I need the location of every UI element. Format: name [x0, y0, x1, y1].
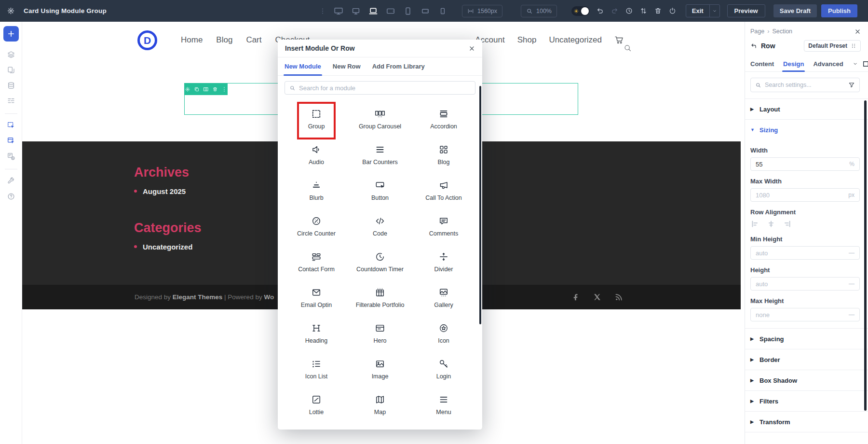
field-value-height[interactable]	[756, 280, 845, 288]
module-button[interactable]: Button	[348, 173, 412, 208]
sidebar-item-insert-row[interactable]	[3, 134, 19, 148]
module-heading[interactable]: Heading	[285, 316, 348, 351]
module-lottie[interactable]: Lottie	[285, 387, 348, 423]
nav-link-blog[interactable]: Blog	[216, 35, 232, 45]
rss-icon[interactable]	[614, 292, 624, 302]
field-input-width[interactable]: %	[750, 157, 860, 171]
modal-scrollbar[interactable]	[479, 86, 481, 324]
section-header-filters[interactable]: ▶Filters	[745, 391, 868, 411]
page-settings-gear-icon[interactable]	[7, 7, 15, 15]
nav-link-shop[interactable]: Shop	[517, 35, 537, 45]
module-circle-counter[interactable]: Circle Counter	[285, 208, 348, 244]
tablet-small-icon[interactable]	[420, 6, 431, 16]
power-icon[interactable]	[668, 7, 677, 15]
panel-tab-design[interactable]: Design	[783, 56, 804, 71]
footer-platform-link[interactable]: Wo	[264, 293, 274, 301]
breadcrumb-page[interactable]: Page	[750, 28, 764, 35]
zoom-level-button[interactable]: 100%	[521, 5, 557, 17]
publish-button[interactable]: Publish	[821, 4, 857, 17]
module-code[interactable]: Code	[348, 208, 412, 244]
modal-tab-add-from-library[interactable]: Add From Library	[372, 57, 425, 75]
facebook-icon[interactable]	[571, 292, 580, 302]
field-input-max-width[interactable]: px	[750, 188, 860, 202]
tablet-landscape-icon[interactable]	[385, 6, 396, 16]
save-draft-button[interactable]: Save Draft	[773, 4, 817, 17]
module-group-carousel[interactable]: Group Carousel	[348, 101, 412, 137]
exit-caret[interactable]	[709, 5, 719, 17]
nav-link-home[interactable]: Home	[181, 35, 203, 45]
field-value-max-width[interactable]	[756, 192, 844, 199]
exit-button[interactable]: Exit	[686, 4, 720, 17]
sort-icon[interactable]	[639, 7, 648, 15]
field-input-max-height[interactable]: —	[750, 308, 860, 321]
default-preset-button[interactable]: Default Preset	[804, 40, 861, 52]
site-logo[interactable]: D	[137, 30, 157, 50]
monitor-lg-icon[interactable]	[333, 6, 344, 16]
settings-search[interactable]	[750, 78, 860, 92]
module-search[interactable]	[285, 81, 475, 95]
module-call-to-action[interactable]: Call To Action	[412, 173, 475, 208]
module-contact-form[interactable]: Contact Form	[285, 244, 348, 280]
gear-icon[interactable]	[185, 86, 190, 92]
panel-close-icon[interactable]	[854, 28, 861, 35]
panel-tab-advanced[interactable]: Advanced	[813, 56, 843, 71]
module-blog[interactable]: Blog	[412, 137, 475, 173]
module-comments[interactable]: Comments	[412, 208, 475, 244]
trash-icon[interactable]	[212, 86, 218, 92]
field-value-max-height[interactable]	[756, 311, 845, 319]
sidebar-item-database[interactable]	[3, 78, 19, 93]
section-header-box-shadow[interactable]: ▶Box Shadow	[745, 370, 868, 390]
module-group[interactable]: Group	[285, 101, 348, 137]
sidebar-item-wireframe[interactable]	[3, 94, 19, 108]
modal-close-icon[interactable]	[469, 45, 475, 52]
redo-icon[interactable]	[610, 7, 619, 15]
copy-icon[interactable]	[194, 86, 200, 92]
modal-tab-new-row[interactable]: New Row	[333, 57, 361, 75]
module-divider[interactable]: Divider	[412, 244, 475, 280]
field-input-height[interactable]: —	[750, 277, 860, 291]
columns-icon[interactable]	[203, 86, 209, 92]
nav-link-uncategorized[interactable]: Uncategorized	[549, 35, 602, 45]
module-login[interactable]: Login	[412, 351, 475, 387]
module-search-input[interactable]	[299, 84, 471, 92]
sidebar-item-layers[interactable]	[3, 47, 19, 62]
sidebar-item-pages[interactable]	[3, 63, 19, 77]
nav-link-cart[interactable]: Cart	[246, 35, 261, 45]
dots-vertical-icon[interactable]	[221, 86, 227, 92]
align-center-icon[interactable]	[766, 219, 776, 229]
modal-tab-new-module[interactable]: New Module	[285, 57, 321, 75]
align-left-icon[interactable]	[750, 219, 760, 229]
widget-list-item[interactable]: August 2025	[134, 187, 189, 195]
canvas-width-button[interactable]: 1560px	[462, 5, 502, 17]
preview-button[interactable]: Preview	[727, 4, 765, 17]
field-input-min-height[interactable]: —	[750, 246, 860, 260]
filter-funnel-icon[interactable]	[848, 82, 855, 88]
sidebar-item-help[interactable]	[3, 189, 19, 204]
module-gallery[interactable]: Gallery	[412, 280, 475, 316]
sidebar-item-add-new[interactable]	[3, 26, 19, 42]
x-icon[interactable]	[593, 292, 602, 302]
history-icon[interactable]	[625, 7, 633, 15]
chevron-down-icon[interactable]	[853, 61, 858, 67]
undo-icon[interactable]	[596, 7, 604, 15]
trash-icon[interactable]	[654, 7, 662, 15]
align-right-icon[interactable]	[782, 219, 792, 229]
section-header-layout[interactable]: ▶Layout	[745, 99, 868, 119]
field-value-width[interactable]	[756, 161, 845, 168]
module-email-optin[interactable]: Email Optin	[285, 280, 348, 316]
laptop-icon[interactable]	[367, 6, 379, 16]
phone-icon[interactable]	[402, 6, 414, 16]
settings-search-input[interactable]	[765, 82, 845, 88]
section-header-transform[interactable]: ▶Transform	[745, 412, 868, 432]
monitor-icon[interactable]	[350, 6, 362, 16]
module-filterable-portfolio[interactable]: Filterable Portfolio	[348, 280, 412, 316]
sidebar-item-insert-module[interactable]	[3, 118, 19, 133]
module-image[interactable]: Image	[348, 351, 412, 387]
field-value-min-height[interactable]	[756, 250, 845, 257]
module-icon[interactable]: Icon	[412, 316, 475, 351]
module-audio[interactable]: Audio	[285, 137, 348, 173]
section-header-sizing[interactable]: ▼Sizing	[745, 120, 868, 140]
module-icon-list[interactable]: Icon List	[285, 351, 348, 387]
breadcrumb-section[interactable]: Section	[772, 28, 792, 35]
expand-square-icon[interactable]	[862, 60, 868, 68]
